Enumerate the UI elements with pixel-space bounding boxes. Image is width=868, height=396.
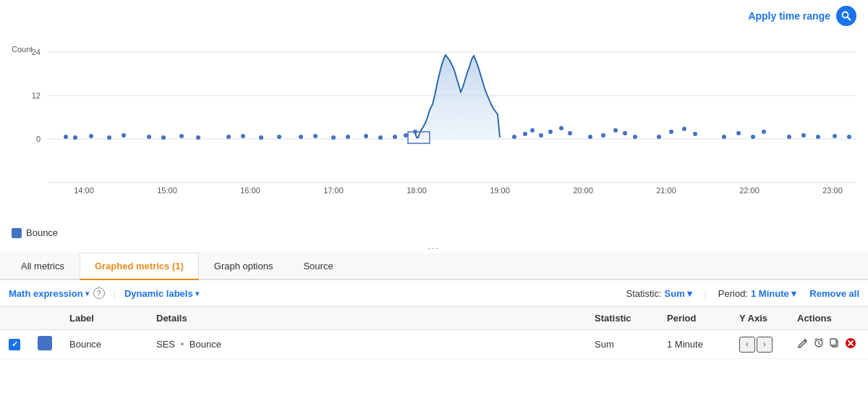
svg-point-66: [833, 134, 837, 138]
edit-graph-icon[interactable]: [797, 337, 809, 351]
svg-text:24: 24: [32, 48, 41, 56]
row-actions-cell[interactable]: [788, 330, 868, 359]
dynamic-labels-chevron-icon: ▾: [195, 290, 199, 298]
svg-point-50: [588, 135, 592, 139]
period-group: Period: 1 Minute ▾: [718, 288, 797, 299]
svg-text:15:00: 15:00: [157, 186, 177, 195]
svg-text:0: 0: [36, 135, 41, 143]
col-header-statistic: Statistic: [586, 307, 658, 330]
tab-graph-options[interactable]: Graph options: [199, 253, 289, 280]
svg-point-47: [548, 130, 553, 134]
svg-point-27: [196, 135, 200, 140]
svg-text:23:00: 23:00: [822, 186, 843, 195]
remove-icon[interactable]: [845, 337, 856, 351]
tab-source[interactable]: Source: [288, 253, 348, 280]
row-label-cell: Bounce: [61, 330, 148, 359]
table-row: Bounce SES • Bounce Sum 1 Minute ‹ ›: [0, 330, 868, 359]
svg-point-31: [277, 135, 281, 139]
help-icon[interactable]: ?: [93, 287, 105, 299]
svg-point-33: [313, 134, 318, 138]
tab-graphed-metrics[interactable]: Graphed metrics (1): [80, 253, 199, 280]
row-checkbox[interactable]: [9, 339, 20, 350]
svg-text:18:00: 18:00: [407, 186, 427, 195]
svg-text:22:00: 22:00: [739, 186, 760, 195]
table-header-row: Label Details Statistic Period Y Axis Ac…: [0, 307, 868, 330]
action-icons: [797, 337, 859, 351]
svg-point-52: [613, 128, 618, 132]
svg-point-64: [801, 133, 806, 138]
svg-point-56: [669, 130, 673, 134]
col-header-period: Period: [658, 307, 731, 330]
svg-point-38: [393, 135, 397, 139]
alarm-icon[interactable]: [813, 337, 825, 351]
col-header-check: [0, 307, 29, 330]
header: Apply time range: [0, 0, 868, 32]
row-checkbox-cell[interactable]: [0, 330, 29, 359]
svg-point-49: [568, 131, 572, 135]
svg-point-19: [64, 135, 68, 139]
row-color-swatch[interactable]: [38, 336, 52, 350]
svg-point-35: [346, 135, 350, 139]
chart-container: Count 24 12 0 14:00 15:00 16:00 17:00 18…: [0, 45, 868, 224]
col-header-details: Details: [148, 307, 586, 330]
drag-divider[interactable]: ---: [0, 243, 868, 253]
svg-point-53: [623, 131, 627, 135]
metrics-table: Label Details Statistic Period Y Axis Ac…: [0, 307, 868, 359]
row-details-cell: SES • Bounce: [148, 330, 586, 359]
svg-point-46: [539, 133, 543, 138]
svg-point-55: [657, 135, 661, 139]
svg-rect-70: [830, 339, 836, 345]
svg-point-23: [122, 133, 126, 138]
svg-point-39: [404, 133, 408, 138]
svg-point-34: [331, 135, 336, 140]
svg-text:14:00: 14:00: [74, 186, 94, 195]
svg-point-67: [847, 135, 851, 139]
yaxis-prev-button[interactable]: ‹: [739, 337, 755, 353]
period-label: Period:: [718, 288, 748, 299]
svg-point-65: [816, 135, 820, 139]
svg-point-58: [693, 132, 697, 136]
svg-point-57: [682, 127, 686, 131]
chart-svg[interactable]: 24 12 0 14:00 15:00 16:00 17:00 18:00 19…: [12, 45, 856, 197]
math-expression-button[interactable]: Math expression ▾: [9, 288, 89, 299]
yaxis-next-button[interactable]: ›: [757, 337, 773, 353]
svg-line-1: [848, 17, 851, 20]
period-dropdown[interactable]: 1 Minute ▾: [751, 288, 796, 299]
svg-point-61: [751, 135, 755, 139]
remove-all-button[interactable]: Remove all: [809, 288, 859, 299]
period-chevron-icon: ▾: [791, 288, 796, 299]
apply-time-range-button[interactable]: Apply time range: [748, 10, 830, 22]
dynamic-labels-label: Dynamic labels: [124, 288, 193, 299]
svg-point-43: [512, 135, 516, 139]
svg-point-59: [722, 135, 726, 139]
math-expression-label: Math expression: [9, 288, 83, 299]
math-expression-chevron-icon: ▾: [85, 290, 89, 298]
svg-point-28: [226, 135, 231, 139]
tab-all-metrics[interactable]: All metrics: [6, 253, 80, 280]
svg-point-29: [241, 134, 245, 138]
col-header-color: [29, 307, 61, 330]
statistic-group: Statistic: Sum ▾: [626, 288, 692, 299]
row-yaxis-cell[interactable]: ‹ ›: [731, 330, 788, 359]
y-axis-label: Count: [12, 45, 33, 54]
svg-point-20: [73, 135, 77, 140]
svg-text:16:00: 16:00: [240, 186, 260, 195]
copy-icon[interactable]: [829, 337, 841, 351]
svg-point-63: [787, 135, 791, 139]
legend: Bounce: [0, 224, 868, 243]
svg-point-21: [89, 134, 93, 138]
svg-point-22: [107, 135, 111, 140]
col-header-yaxis: Y Axis: [731, 307, 788, 330]
statistic-chevron-icon: ▾: [687, 288, 692, 299]
svg-point-26: [179, 134, 184, 138]
svg-point-36: [364, 134, 368, 138]
svg-point-37: [378, 135, 383, 140]
dynamic-labels-button[interactable]: Dynamic labels ▾: [124, 288, 199, 299]
svg-text:19:00: 19:00: [490, 186, 510, 195]
search-icon[interactable]: [836, 6, 856, 26]
svg-point-30: [259, 135, 263, 140]
svg-point-54: [633, 135, 637, 139]
row-color-cell[interactable]: [29, 330, 61, 359]
svg-text:21:00: 21:00: [656, 186, 676, 195]
statistic-dropdown[interactable]: Sum ▾: [665, 288, 693, 299]
